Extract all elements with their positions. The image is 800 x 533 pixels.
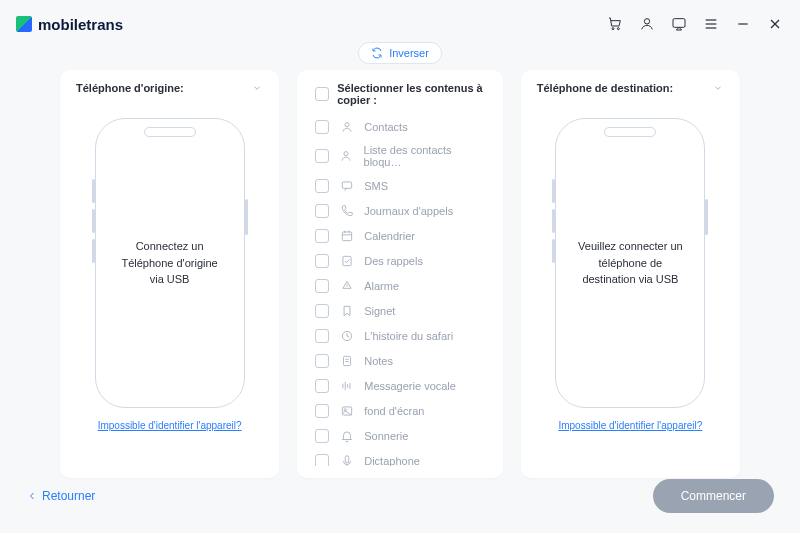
content-checkbox[interactable]: [315, 229, 329, 243]
svg-rect-3: [673, 19, 685, 28]
content-label: Dictaphone: [364, 455, 420, 467]
content-row[interactable]: Signet: [311, 298, 491, 323]
content-checkbox[interactable]: [315, 454, 329, 467]
person-icon: [339, 149, 353, 164]
content-label: Journaux d'appels: [364, 205, 453, 217]
svg-rect-29: [345, 455, 349, 462]
content-row[interactable]: Liste des contacts bloqu…: [311, 139, 491, 173]
content-label: Contacts: [364, 121, 407, 133]
main-columns: Téléphone d'origine: Connectez un Téléph…: [0, 70, 800, 478]
content-row[interactable]: Des rappels: [311, 248, 491, 273]
chevron-down-icon: [251, 82, 263, 94]
content-row[interactable]: fond d'écran: [311, 398, 491, 423]
select-all-label: Sélectionner les contenus à copier :: [337, 82, 491, 106]
swap-icon: [371, 47, 383, 59]
content-label: SMS: [364, 180, 388, 192]
content-checkbox[interactable]: [315, 379, 329, 393]
history-icon: [339, 328, 354, 343]
chat-icon: [339, 178, 354, 193]
content-checkbox[interactable]: [315, 254, 329, 268]
content-label: fond d'écran: [364, 405, 424, 417]
person-icon: [339, 119, 354, 134]
phone-outline-icon: Veuillez connecter un téléphone de desti…: [555, 118, 705, 408]
notes-icon: [339, 353, 354, 368]
chevron-left-icon: [26, 490, 38, 502]
source-identify-link[interactable]: Impossible d'identifier l'appareil?: [98, 420, 242, 431]
svg-rect-13: [342, 231, 351, 240]
swap-label: Inverser: [389, 47, 429, 59]
content-checkbox[interactable]: [315, 120, 329, 134]
menu-icon[interactable]: [702, 15, 720, 33]
content-label: Des rappels: [364, 255, 423, 267]
svg-point-11: [344, 152, 348, 156]
svg-rect-17: [343, 256, 351, 265]
svg-point-1: [617, 28, 619, 30]
content-label: Liste des contacts bloqu…: [364, 144, 487, 168]
header-actions: [606, 15, 784, 33]
content-checkbox[interactable]: [315, 354, 329, 368]
content-checkbox[interactable]: [315, 179, 329, 193]
content-label: Calendrier: [364, 230, 415, 242]
svg-rect-12: [342, 181, 351, 187]
content-row[interactable]: L'histoire du safari: [311, 323, 491, 348]
select-all-checkbox[interactable]: [315, 87, 329, 101]
dest-identify-link[interactable]: Impossible d'identifier l'appareil?: [558, 420, 702, 431]
content-row[interactable]: Calendrier: [311, 223, 491, 248]
source-phone-area: Connectez un Téléphone d'origine via USB…: [74, 100, 265, 466]
calendar-icon: [339, 228, 354, 243]
app-name: mobiletrans: [38, 16, 123, 33]
content-row[interactable]: Alarme: [311, 273, 491, 298]
app-logo: mobiletrans: [16, 16, 123, 33]
svg-point-2: [644, 19, 649, 24]
content-checkbox[interactable]: [315, 304, 329, 318]
content-row[interactable]: SMS: [311, 173, 491, 198]
dest-title: Téléphone de destination:: [537, 82, 673, 94]
content-row[interactable]: Sonnerie: [311, 423, 491, 448]
minimize-icon[interactable]: [734, 15, 752, 33]
dest-panel-header[interactable]: Téléphone de destination:: [535, 82, 726, 94]
svg-point-0: [612, 28, 614, 30]
swap-button[interactable]: Inverser: [358, 42, 442, 64]
content-label: L'histoire du safari: [364, 330, 453, 342]
cart-icon[interactable]: [606, 15, 624, 33]
back-label: Retourner: [42, 489, 95, 503]
header: mobiletrans: [0, 0, 800, 44]
mic-icon: [339, 453, 354, 466]
bell-icon: [339, 428, 354, 443]
content-list[interactable]: ContactsListe des contacts bloqu…SMSJour…: [311, 114, 495, 466]
content-row[interactable]: Notes: [311, 348, 491, 373]
content-label: Sonnerie: [364, 430, 408, 442]
content-label: Signet: [364, 305, 395, 317]
content-row[interactable]: Journaux d'appels: [311, 198, 491, 223]
alarm-icon: [339, 278, 354, 293]
content-checkbox[interactable]: [315, 429, 329, 443]
wallpaper-icon: [339, 403, 354, 418]
start-button[interactable]: Commencer: [653, 479, 774, 513]
content-label: Alarme: [364, 280, 399, 292]
content-row[interactable]: Contacts: [311, 114, 491, 139]
user-icon[interactable]: [638, 15, 656, 33]
content-checkbox[interactable]: [315, 404, 329, 418]
content-checkbox[interactable]: [315, 279, 329, 293]
content-panel: Sélectionner les contenus à copier : Con…: [297, 70, 503, 478]
content-row[interactable]: Dictaphone: [311, 448, 491, 466]
content-checkbox[interactable]: [315, 149, 329, 163]
content-row[interactable]: Messagerie vocale: [311, 373, 491, 398]
logo-mark-icon: [16, 16, 32, 32]
dest-phone-area: Veuillez connecter un téléphone de desti…: [535, 100, 726, 466]
footer: Retourner Commencer: [0, 467, 800, 533]
content-checkbox[interactable]: [315, 204, 329, 218]
select-all-row[interactable]: Sélectionner les contenus à copier :: [311, 82, 495, 114]
dest-panel: Téléphone de destination: Veuillez conne…: [521, 70, 740, 478]
dest-placeholder: Veuillez connecter un téléphone de desti…: [578, 238, 683, 288]
phone-outline-icon: Connectez un Téléphone d'origine via USB: [95, 118, 245, 408]
source-title: Téléphone d'origine:: [76, 82, 184, 94]
swap-wrap: Inverser: [0, 42, 800, 64]
source-placeholder: Connectez un Téléphone d'origine via USB: [121, 238, 217, 288]
close-icon[interactable]: [766, 15, 784, 33]
chevron-down-icon: [712, 82, 724, 94]
source-panel-header[interactable]: Téléphone d'origine:: [74, 82, 265, 94]
feedback-icon[interactable]: [670, 15, 688, 33]
content-checkbox[interactable]: [315, 329, 329, 343]
back-button[interactable]: Retourner: [26, 489, 95, 503]
